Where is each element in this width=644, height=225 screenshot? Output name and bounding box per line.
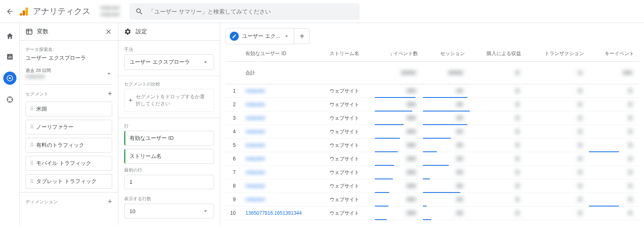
nav-advertising[interactable] [4, 94, 16, 105]
table-row[interactable]: 5redactedウェブサイト00000000 [225, 139, 639, 152]
date-preset: 過去 28 日間 [25, 67, 51, 74]
segment-chip[interactable]: ⠿タブレット トラフィック [25, 174, 112, 189]
col-revenue[interactable]: 購入による収益 [470, 46, 526, 62]
row-dimension-chip[interactable]: 有効なユーザー ID [124, 131, 214, 146]
segment-chip[interactable]: ⠿モバイル トラフィック [25, 156, 112, 171]
cell-user-id[interactable]: redacted [240, 152, 324, 166]
add-tab-button[interactable]: + [294, 28, 310, 44]
nav-home[interactable] [4, 30, 16, 42]
cell-key-events: 0 [589, 206, 639, 220]
add-segment-button[interactable]: + [108, 90, 112, 98]
cell-user-id[interactable]: redacted [240, 139, 324, 152]
row-dimension-chip[interactable]: ストリーム名 [124, 149, 214, 164]
technique-value: ユーザー エクスプローラ [129, 58, 190, 66]
tab-user-explorer[interactable]: ユーザー エク... [225, 28, 294, 44]
add-dimension-button[interactable]: + [108, 197, 112, 206]
product-logo: アナリティクス [20, 6, 90, 17]
cell-sessions: 00 [423, 166, 470, 179]
edit-tab-icon[interactable] [230, 32, 239, 41]
cell-user-id[interactable]: 1365077916.1651391344 [240, 206, 324, 220]
table-row[interactable]: 101365077916.1651391344ウェブサイト00000000 [225, 206, 639, 220]
table-row[interactable]: 6redactedウェブサイト00000000 [225, 152, 639, 166]
rows-shown-label: 表示する行数 [124, 196, 214, 202]
nav-reports[interactable] [4, 51, 16, 63]
col-key-events[interactable]: キーイベント [589, 46, 639, 62]
drag-handle-icon: ⠿ [30, 179, 33, 184]
search-bar[interactable] [129, 3, 360, 20]
app-header: アナリティクス redacted redacted [0, 0, 644, 23]
technique-select[interactable]: ユーザー エクスプローラ [124, 54, 214, 70]
close-icon[interactable] [105, 28, 112, 35]
segment-chip[interactable]: ⠿有料のトラフィック [25, 138, 112, 153]
cell-sessions: 00 [423, 125, 470, 139]
cell-key-events: 0 [589, 166, 639, 179]
cell-stream: ウェブサイト [325, 111, 375, 125]
drag-handle-icon: ⠿ [30, 106, 33, 112]
cell-user-id[interactable]: redacted [240, 193, 324, 206]
segment-chip[interactable]: ⠿ノーリファラー [25, 120, 112, 135]
cell-events: 000 [375, 84, 423, 98]
cell-key-events: 0 [589, 179, 639, 193]
cell-revenue: 0 [470, 166, 526, 179]
cell-transactions: 0 [526, 111, 589, 125]
table-row[interactable]: 9redactedウェブサイト00000000 [225, 193, 639, 206]
col-transactions[interactable]: トランザクション [526, 46, 589, 62]
cell-events: 000 [375, 193, 423, 206]
cell-stream: ウェブサイト [325, 152, 375, 166]
cell-sessions: 00 [423, 98, 470, 111]
cell-user-id[interactable]: redacted [240, 111, 324, 125]
cell-sessions: 00 [423, 139, 470, 152]
svg-rect-1 [23, 10, 25, 16]
cell-sessions: 00 [423, 111, 470, 125]
chip-label: 米国 [36, 105, 47, 113]
cell-user-id[interactable]: redacted [240, 84, 324, 98]
cell-user-id[interactable]: redacted [240, 179, 324, 193]
search-input[interactable] [148, 8, 354, 15]
row-index: 2 [225, 98, 240, 111]
cell-revenue: 0 [470, 193, 526, 206]
cell-events: 000 [375, 206, 423, 220]
arrow-left-icon [6, 7, 14, 16]
cell-user-id[interactable]: redacted [240, 166, 324, 179]
row-index: 4 [225, 125, 240, 139]
row-index: 6 [225, 152, 240, 166]
col-user-id[interactable]: 有効なユーザー ID [240, 46, 324, 62]
col-events[interactable]: ↓イベント数 [375, 46, 423, 62]
table-row[interactable]: 8redactedウェブサイト00000000 [225, 179, 639, 193]
date-range-value: redacted [25, 74, 51, 79]
back-button[interactable] [5, 7, 15, 16]
cell-user-id[interactable]: redacted [240, 125, 324, 139]
cell-events: 000 [375, 125, 423, 139]
date-range-selector[interactable]: 過去 28 日間 redacted [25, 67, 112, 85]
segment-chip[interactable]: ⠿米国 [25, 102, 112, 116]
row-index: 7 [225, 166, 240, 179]
rows-shown-select[interactable]: 10 [124, 204, 214, 218]
table-row[interactable]: 7redactedウェブサイト00000000 [225, 166, 639, 179]
cell-stream: ウェブサイト [325, 139, 375, 152]
drag-handle-icon: ⠿ [30, 142, 33, 148]
chip-label: 有料のトラフィック [36, 141, 84, 149]
table-row[interactable]: 4redactedウェブサイト00000000 [225, 125, 639, 139]
segment-drop-target[interactable]: + セグメントをドロップするか選択してください [124, 89, 214, 112]
exploration-name[interactable]: ユーザー エクスプローラ [25, 54, 112, 62]
property-selector[interactable]: redacted redacted [100, 5, 120, 18]
cell-transactions: 0 [526, 98, 589, 111]
segments-label: セグメント [25, 91, 49, 97]
table-row[interactable]: 3redactedウェブサイト00000000 [225, 111, 639, 125]
svg-rect-0 [25, 7, 28, 16]
variables-panel: 変数 データ探索名: ユーザー エクスプローラ 過去 28 日間 redacte… [20, 23, 118, 225]
total-label: 合計 [240, 62, 324, 84]
table-row[interactable]: 2redactedウェブサイト00000000 [225, 98, 639, 111]
cell-revenue: 0 [470, 111, 526, 125]
cell-stream: ウェブサイト [325, 179, 375, 193]
chip-label: タブレット トラフィック [36, 178, 97, 185]
cell-user-id[interactable]: redacted [240, 98, 324, 111]
nav-explore[interactable] [3, 72, 16, 85]
table-row[interactable]: 1redactedウェブサイト00000000 [225, 84, 639, 98]
col-stream[interactable]: ストリーム名 [325, 46, 375, 62]
target-icon [6, 95, 14, 104]
cell-transactions: 0 [526, 84, 589, 98]
report-area: ユーザー エク... + 有効なユーザー ID ストリーム名 ↓イベント数 セッ… [220, 23, 644, 225]
col-sessions[interactable]: セッション [423, 46, 470, 62]
first-row-input[interactable] [124, 175, 214, 189]
